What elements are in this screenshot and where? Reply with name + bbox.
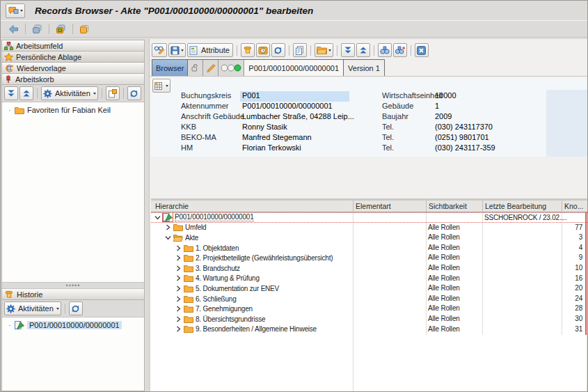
hierarchie-cell: 7. Genehmigungen (151, 304, 376, 314)
folder-icon (184, 265, 193, 272)
collapse-all-button-main[interactable] (341, 43, 355, 57)
historie-activities-button[interactable]: Aktivitäten (4, 301, 61, 315)
chevron-closed-icon[interactable] (175, 275, 182, 281)
tree-row[interactable]: 7. GenehmigungenAlle Rollen28 (151, 304, 587, 314)
browser-view-button[interactable]: Browser (152, 60, 188, 76)
sichtbarkeit-cell: Alle Rollen (428, 295, 460, 302)
expand-all-icon (22, 90, 31, 97)
refresh-icon (71, 304, 80, 313)
chevron-open-icon[interactable] (154, 214, 161, 221)
favorites-tree: · Favoriten für Fabian Keil (2, 102, 144, 282)
favorites-item[interactable]: · Favoriten für Fabian Keil (2, 106, 144, 114)
sichtbarkeit-cell: Alle Rollen (428, 264, 460, 272)
refresh-button-main[interactable] (271, 43, 285, 57)
attribute-value: (0251) 9801701 (435, 133, 489, 141)
session-button[interactable] (30, 22, 45, 36)
chevron-closed-icon[interactable] (175, 285, 182, 292)
tree-row[interactable]: 9. Besonderheiten / Allgemeine HinweiseA… (151, 324, 587, 335)
open-folder-button[interactable] (315, 43, 333, 57)
tree-row[interactable]: 8. ÜbersichtsgrundrisseAlle Rollen30 (151, 314, 587, 324)
column-divider[interactable] (562, 201, 562, 212)
tree-row[interactable]: P001/00010000/00000001SSCHOENROCK / 23.0… (151, 212, 587, 223)
chevron-closed-icon[interactable] (175, 326, 182, 332)
attribute-row: BEKO-MAManfred StegemannTel.(0251) 98017… (151, 132, 587, 143)
refresh-button[interactable] (127, 86, 141, 100)
historie-item[interactable]: · P001/00010000/00000001 (2, 321, 144, 329)
lock-open-icon (191, 63, 200, 72)
column-header-sichtbarkeit[interactable]: Sichtbarkeit (429, 202, 467, 210)
sichtbarkeit-cell: Alle Rollen (428, 233, 460, 241)
sidebar-item-persoenliche-ablage[interactable]: Persönliche Ablage (2, 52, 144, 63)
back-button[interactable] (6, 22, 21, 36)
schedule-button[interactable] (256, 43, 270, 57)
sidebar-item-arbeitskorb[interactable]: Arbeitskorb (2, 74, 144, 85)
tree-row[interactable]: 5. Dokumentation zur ENEVAlle Rollen20 (151, 283, 587, 294)
expand-all-button-main[interactable] (356, 43, 370, 57)
sidebar-item-wiedervorlage[interactable]: Wiedervorlage (2, 63, 144, 74)
folder-icon (184, 244, 193, 252)
copy-button[interactable] (293, 43, 307, 57)
tree-row[interactable]: 1. ObjektdatenAlle Rollen4 (151, 243, 587, 253)
chevron-open-icon[interactable] (164, 235, 171, 241)
chevron-closed-icon[interactable] (175, 255, 182, 261)
find-next-button[interactable] (393, 43, 407, 57)
edit-button[interactable] (203, 60, 218, 76)
save-button[interactable] (168, 43, 186, 57)
resubmission-icon (4, 64, 14, 72)
column-divider[interactable] (353, 201, 353, 212)
attribute-label: Wirtschaftseinheit (382, 91, 443, 100)
activities-button[interactable]: Aktivitäten (41, 86, 98, 100)
sidebar-splitter[interactable]: ••••• (2, 282, 144, 289)
column-divider[interactable] (482, 201, 483, 212)
column-header-elementart[interactable]: Elementart (356, 202, 391, 210)
tree-row[interactable]: 4. Wartung & PrüfungAlle Rollen16 (151, 274, 587, 284)
historie-toolbar: Aktivitäten (2, 300, 144, 317)
app-menu-button[interactable] (6, 3, 25, 18)
display-change-button[interactable] (152, 43, 167, 57)
tree-bullet: · (8, 322, 12, 329)
column-divider[interactable] (426, 201, 427, 212)
tree-node-label: 2. Projektbeteiligte (Gewährleistungsübe… (196, 254, 333, 262)
historie-refresh-button[interactable] (69, 301, 83, 315)
tree-row[interactable]: 2. Projektbeteiligte (Gewährleistungsübe… (151, 253, 587, 263)
attribute-value: Manfred Stegemann (242, 133, 312, 141)
expand-all-button[interactable] (19, 86, 33, 100)
sichtbarkeit-cell: Alle Rollen (428, 304, 460, 312)
column-header-hierarchie[interactable]: Hierarchie (155, 202, 189, 210)
chevron-closed-icon[interactable] (175, 316, 182, 322)
column-header-kno[interactable]: Kno... (564, 202, 583, 210)
sidebar-item-label: Wiedervorlage (17, 64, 66, 72)
chevron-closed-icon[interactable] (175, 265, 182, 272)
tree-node-label: Umfeld (185, 224, 206, 231)
scroll-icon (243, 46, 253, 54)
chevron-closed-icon[interactable] (175, 245, 182, 251)
close-hierarchy-button[interactable] (415, 43, 429, 57)
letzte-bearbeitung-cell: SSCHOENROCK / 23.02.... (484, 214, 566, 221)
tree-node-label: 6. Schließung (196, 295, 237, 303)
historie-header[interactable]: Historie (2, 289, 144, 300)
historie-title: Historie (17, 290, 42, 299)
chevron-closed-icon[interactable] (175, 296, 182, 302)
collapse-all-icon (344, 47, 352, 54)
tree-node-label: 8. Übersichtsgrundrisse (196, 315, 265, 323)
tree-row[interactable]: UmfeldAlle Rollen77 (151, 223, 587, 233)
chevron-closed-icon[interactable] (175, 306, 182, 312)
tree-row[interactable]: AkteAlle Rollen3 (151, 233, 587, 243)
shortcut-button[interactable] (77, 22, 91, 36)
collapse-all-button[interactable] (4, 86, 18, 100)
pin-icon (4, 75, 13, 84)
paste-button[interactable] (106, 86, 120, 100)
star-icon (4, 53, 13, 61)
new-session-button[interactable] (54, 22, 68, 36)
lock-button[interactable] (188, 60, 203, 76)
attribute-label: Tel. (382, 143, 394, 152)
attribute-button[interactable]: Attribute (187, 43, 233, 57)
tree-row[interactable]: 6. SchließungAlle Rollen24 (151, 294, 587, 304)
column-header-letzte-bearbeitung[interactable]: Letzte Bearbeitung (485, 202, 546, 210)
sidebar-item-label: Arbeitskorb (15, 75, 54, 84)
versions-button[interactable] (241, 43, 255, 57)
chevron-closed-icon[interactable] (164, 224, 171, 230)
sidebar-item-arbeitsumfeld[interactable]: Arbeitsumfeld (2, 40, 144, 52)
tree-row[interactable]: 3. BrandschutzAlle Rollen10 (151, 263, 587, 274)
find-button[interactable] (378, 43, 392, 57)
